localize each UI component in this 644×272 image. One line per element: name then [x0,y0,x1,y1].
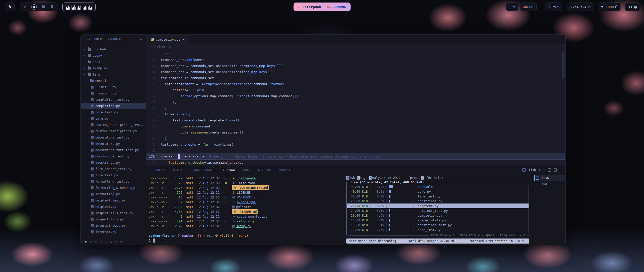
sidebar-item-helptext.py[interactable]: helptext.py [81,203,146,210]
code-line[interactable]: 10 sorted(options_map[command].union(sub… [146,93,565,99]
launcher-button[interactable]: A [5,3,15,11]
cpu-graph[interactable] [62,3,96,11]
sidebar-item-decorators_test.py[interactable]: decorators_test.py [81,134,146,141]
sidebar-item-console[interactable]: ▸console [81,78,146,84]
panel-more-icon[interactable]: ⋯ [559,168,561,172]
editor-scrollbar[interactable] [562,51,565,79]
sidebar-item-decorators.py[interactable]: decorators.py [81,141,146,147]
code-line[interactable]: 16commands_set.add(name) [146,57,565,63]
sidebar-item-examples[interactable]: ▸examples [81,65,146,71]
sidebar-item-fire_import_test.py[interactable]: fire_import_test.py [81,166,146,172]
terminal-tab-dua[interactable]: dua [534,181,565,186]
panel-tab-ports[interactable]: PORTS [242,168,252,172]
media-widget[interactable]: ♪ Lazerpunk - ROBOPHONK [294,3,351,11]
prompt-line-2[interactable]: ❯ [149,238,345,243]
dua-row-fire_test.py[interactable]: 32.00 KiB│6.8%││ fire_test.py [347,194,529,199]
extensions-icon[interactable]: □ [105,240,107,243]
sidebar-item-formatting_test.py[interactable]: formatting_test.py [81,178,146,185]
code-line[interactable]: 9 ), [146,99,565,105]
dua-pane[interactable]: Disk Usage Analyzer v2.29.2 (press ? for… [345,173,532,245]
sidebar-item-custom_descriptions_test…[interactable]: custom_descriptions_test… [81,122,146,128]
sidebar-item-inspectutils.py[interactable]: inspectutils.py [81,216,146,222]
code-line[interactable]: 15commands_set = commands_set.union(set(… [146,63,565,69]
split-terminal-icon[interactable] [548,168,551,172]
sidebar-item-helptext_test.py[interactable]: helptext_test.py [81,197,146,203]
shell-name[interactable]: fish [529,168,536,172]
code-line[interactable]: 6 lastcommand_check_template.format( [146,117,565,123]
code-line[interactable]: 2lastcommand_checks = '\n'.join(lines) [146,141,565,147]
sidebar-item-.github[interactable]: ▸.github [81,46,146,52]
code-line[interactable]: 14commands_set = commands_set.union(set(… [146,69,565,75]
code-line[interactable]: 1 [146,147,565,153]
sync-icon[interactable]: ◎ [110,240,112,243]
kill-terminal-icon[interactable] [554,168,557,172]
dua-row-console[interactable]: 92.00 KiB│19.7%││ /console [347,184,529,189]
folder-icon[interactable] [42,6,45,8]
sidebar-item-__init__.py[interactable]: __init__.py [81,84,146,90]
updates-widget[interactable]: 9 ❄ [506,3,518,11]
code-line[interactable]: 8 ) [146,105,565,111]
debug-icon[interactable]: ▷ [100,240,102,243]
file-icon[interactable] [51,5,53,8]
weather-widget[interactable]: ☾ 29° [545,3,561,11]
terminal-tab-fish[interactable]: fish [534,175,565,181]
sidebar-item-completion.py[interactable]: completion.py [81,103,146,109]
panel-tab-output[interactable]: OUTPUT [173,168,184,172]
sidebar-item-.venv[interactable]: ▸.venv [81,52,146,59]
sidebar-item-formatting.py[interactable]: formatting.py [81,191,146,197]
code-line[interactable]: 17 """ [146,51,565,57]
sidebar-item-formatting_windows.py[interactable]: formatting_windows.py [81,185,146,191]
sidebar-item-docstrings_test.py[interactable]: docstrings_test.py [81,153,146,159]
sidebar-item-inspectutils_test.py[interactable]: inspectutils_test.py [81,210,146,216]
dua-row-completion.py[interactable]: 20.00 KiB│4.3%││ completion.py [347,213,529,218]
sidebar-item-completion_test.py[interactable]: completion_test.py [81,96,146,103]
settings-gear-icon[interactable]: ⚙ [115,240,117,243]
panel-tab-problems[interactable]: PROBLEMS [152,168,167,172]
panel-tab-comments[interactable]: COMMENTS [277,168,292,172]
sidebar-item-docstrings.py[interactable]: docstrings.py [81,159,146,166]
dua-row-docstrings_test.py[interactable]: 16.00 KiB│3.4%││ docstrings_test.py [347,223,529,227]
volume-widget[interactable]: 100% [598,3,621,11]
sidebar-item-fire_test.py[interactable]: fire_test.py [81,172,146,178]
terminal-pane[interactable]: .rw-r--r--1.2kmatt12 Aug 12:32--◆.gitign… [146,173,345,245]
sidebar-item-interact.py[interactable]: interact.py [81,229,146,235]
dua-scrollbar[interactable] [529,185,529,233]
new-terminal-button[interactable]: + [539,168,540,172]
code-line[interactable]: 4 opts_assignment=opts_assignment) [146,129,565,135]
sidebar-item-core.py[interactable]: core.py [81,115,146,122]
code-line[interactable]: 3 ) [146,135,565,141]
code-line[interactable]: 11 options=' '.join( [146,87,565,93]
breadcrumb[interactable]: no elements [146,44,565,50]
editor[interactable]: 17 """16commands_set.add(name)15commands… [146,50,565,166]
panel-tab-gitlens[interactable]: GITLENS [258,168,271,172]
bell-icon[interactable]: ◔ [120,240,122,243]
code-line[interactable]: 12 opts_assignment = _GetOptsAssignmentT… [146,81,565,87]
sidebar-item-core_test.py[interactable]: core_test.py [81,109,146,115]
code-line[interactable]: 1 lastcommand_checks=lastcommand_checks, [146,159,565,165]
dua-row-helptext_test.py[interactable]: 24.00 KiB│5.1%││ helptext_test.py [347,208,529,213]
terminal-dropdown-icon[interactable]: ▾ [543,168,545,172]
dua-row-core.py[interactable]: 40.00 KiB│8.5%││ core.py [347,189,529,194]
sidebar-item-__main__.py[interactable]: __main__.py [81,90,146,96]
workspace-switcher[interactable]: ◎N [20,3,58,11]
dua-row-docstrings.py[interactable]: 28.00 KiB│6.0%││ docstrings.py [347,199,529,203]
sidebar-item-custom_descriptions.py[interactable]: custom_descriptions.py [81,128,146,134]
sidebar-item-docs[interactable]: ▸docs [81,59,146,65]
panel-tab-debug-console[interactable]: DEBUG CONSOLE [191,168,215,172]
compass-icon[interactable]: ◎ [24,5,26,9]
dua-row-helptext.py[interactable]: 28.00 KiB│6.0%││ helptext.py [347,203,529,208]
dua-row-core_test.py[interactable]: 12.00 KiB│2.6%││ core_test.py [347,227,529,232]
code-line[interactable]: 7 lines.append( [146,111,565,117]
clock-widget[interactable]: 12:40:24 ◔ [568,3,593,11]
sidebar-item-docstrings_fuzz_test.py[interactable]: docstrings_fuzz_test.py [81,147,146,153]
more-actions-icon[interactable]: ⋯ [140,37,142,41]
search-icon[interactable]: ○ [90,240,92,243]
code-line[interactable]: 176checks = check_wrapper.format(David B… [146,153,565,159]
sidebar-item-fire[interactable]: ▾fire [81,71,146,78]
remote-icon[interactable]: ● [85,240,87,243]
tab-completion-py[interactable]: completion.py ● [146,35,189,44]
dua-row-inspectutils.py[interactable]: 16.00 KiB│3.4%││ inspectutils.py [347,218,529,223]
workspace-n-icon[interactable]: N [31,4,37,10]
code-line[interactable]: 5 command=command, [146,123,565,129]
keyboard-layout-widget[interactable]: US [520,3,537,11]
